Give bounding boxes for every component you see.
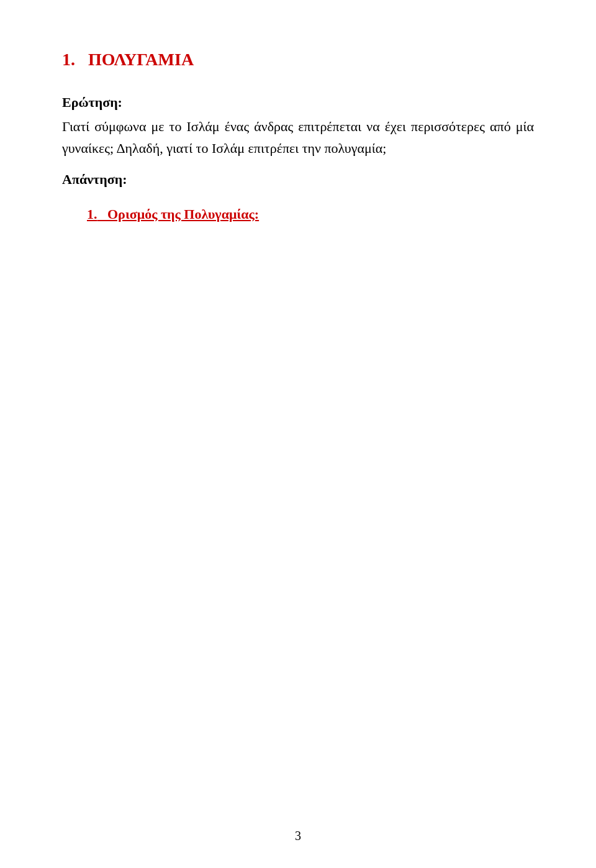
page: 1. ΠΟΛΥΓΑΜΙΑ Ερώτηση: Γιατί σύμφωνα με τ… bbox=[0, 0, 596, 868]
section-title: ΠΟΛΥΓΑΜΙΑ bbox=[88, 50, 194, 69]
question-label: Ερώτηση: bbox=[62, 94, 534, 111]
sub-number: 1. bbox=[87, 206, 97, 222]
sub-heading: 1. Ορισμός της Πολυγαμίας: bbox=[87, 206, 259, 222]
section-heading: 1. ΠΟΛΥΓΑΜΙΑ bbox=[62, 50, 534, 70]
section-number: 1. bbox=[62, 50, 75, 69]
page-number: 3 bbox=[295, 829, 301, 843]
answer-label: Απάντηση: bbox=[62, 171, 534, 188]
sub-section: 1. Ορισμός της Πολυγαμίας: bbox=[87, 206, 534, 222]
sub-heading-text: Ορισμός της Πολυγαμίας: bbox=[107, 206, 259, 222]
question-text: Γιατί σύμφωνα με το Ισλάμ ένας άνδρας επ… bbox=[62, 116, 534, 159]
